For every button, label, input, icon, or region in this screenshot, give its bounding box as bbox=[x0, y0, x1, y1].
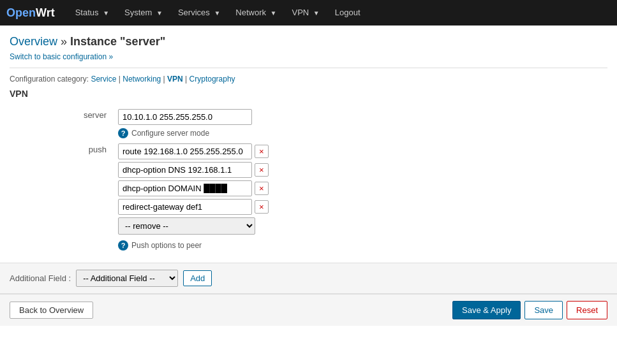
page-content: Overview » Instance "server" Switch to b… bbox=[0, 25, 617, 253]
additional-field-select[interactable]: -- Additional Field -- bbox=[76, 270, 178, 287]
config-category-label: Configuration category: bbox=[10, 75, 89, 84]
breadcrumb-overview[interactable]: Overview bbox=[10, 35, 57, 48]
switch-link-container: Switch to basic configuration » bbox=[10, 52, 607, 61]
nav-vpn[interactable]: VPN ▼ bbox=[285, 0, 327, 26]
config-service-link[interactable]: Service bbox=[91, 75, 116, 84]
server-row: server ? Configure server mode bbox=[10, 106, 607, 141]
push-label: push bbox=[10, 141, 112, 253]
push-item-1: × bbox=[118, 143, 602, 159]
nav-network[interactable]: Network ▼ bbox=[228, 0, 284, 26]
navbar: OpenWrt Status ▼ System ▼ Services ▼ Net… bbox=[0, 0, 617, 25]
server-help-icon: ? bbox=[118, 128, 128, 138]
push-input-3[interactable] bbox=[118, 180, 252, 196]
server-input[interactable] bbox=[118, 109, 252, 125]
nav-menu: Status ▼ System ▼ Services ▼ Network ▼ V… bbox=[68, 0, 368, 26]
push-remove-row: -- remove -- bbox=[118, 217, 602, 237]
save-apply-button[interactable]: Save & Apply bbox=[452, 301, 521, 319]
config-category: Configuration category: Service | Networ… bbox=[10, 75, 607, 84]
server-help-row: ? Configure server mode bbox=[118, 128, 602, 138]
push-remove-btn-2[interactable]: × bbox=[255, 163, 269, 177]
additional-field-row: Additional Field : -- Additional Field -… bbox=[0, 263, 617, 294]
push-remove-select[interactable]: -- remove -- bbox=[118, 217, 255, 235]
push-remove-btn-3[interactable]: × bbox=[255, 182, 269, 195]
breadcrumb: Overview » Instance "server" bbox=[10, 35, 607, 48]
reset-button[interactable]: Reset bbox=[567, 301, 607, 319]
action-buttons: Save & Apply Save Reset bbox=[452, 301, 607, 319]
push-help-text: Push options to peer bbox=[131, 241, 202, 250]
back-to-overview-button[interactable]: Back to Overview bbox=[10, 302, 93, 319]
push-remove-btn-4[interactable]: × bbox=[255, 200, 269, 214]
site-brand: OpenWrt bbox=[6, 6, 55, 20]
push-control: × × × × bbox=[112, 141, 607, 253]
add-field-button[interactable]: Add bbox=[183, 270, 212, 286]
config-cryptography-link[interactable]: Cryptography bbox=[190, 75, 235, 84]
switch-to-basic-link[interactable]: Switch to basic configuration » bbox=[10, 52, 113, 61]
push-help-row: ? Push options to peer bbox=[118, 240, 602, 251]
nav-system[interactable]: System ▼ bbox=[117, 0, 170, 26]
save-button[interactable]: Save bbox=[524, 301, 563, 319]
breadcrumb-current: Instance "server" bbox=[70, 35, 165, 48]
config-vpn-link[interactable]: VPN bbox=[167, 75, 183, 84]
divider-top bbox=[10, 68, 607, 68]
push-input-4[interactable] bbox=[118, 199, 252, 215]
push-item-3: × bbox=[118, 180, 602, 196]
section-title: VPN bbox=[10, 89, 607, 99]
form-table: server ? Configure server mode push × bbox=[10, 106, 607, 253]
server-label: server bbox=[10, 106, 112, 141]
nav-status[interactable]: Status ▼ bbox=[68, 0, 117, 26]
push-help-icon: ? bbox=[118, 240, 128, 251]
push-remove-btn-1[interactable]: × bbox=[255, 145, 269, 158]
push-input-1[interactable] bbox=[118, 143, 252, 159]
server-help-text: Configure server mode bbox=[131, 129, 209, 138]
push-item-2: × bbox=[118, 162, 602, 178]
breadcrumb-separator: » bbox=[61, 35, 70, 48]
push-item-4: × bbox=[118, 199, 602, 215]
config-networking-link[interactable]: Networking bbox=[123, 75, 161, 84]
push-input-2[interactable] bbox=[118, 162, 252, 178]
footer-bar: Back to Overview Save & Apply Save Reset bbox=[0, 294, 617, 326]
push-row: push × × × bbox=[10, 141, 607, 253]
nav-logout[interactable]: Logout bbox=[327, 0, 368, 26]
additional-field-label: Additional Field : bbox=[10, 273, 71, 283]
nav-services[interactable]: Services ▼ bbox=[170, 0, 228, 26]
server-control: ? Configure server mode bbox=[112, 106, 607, 141]
